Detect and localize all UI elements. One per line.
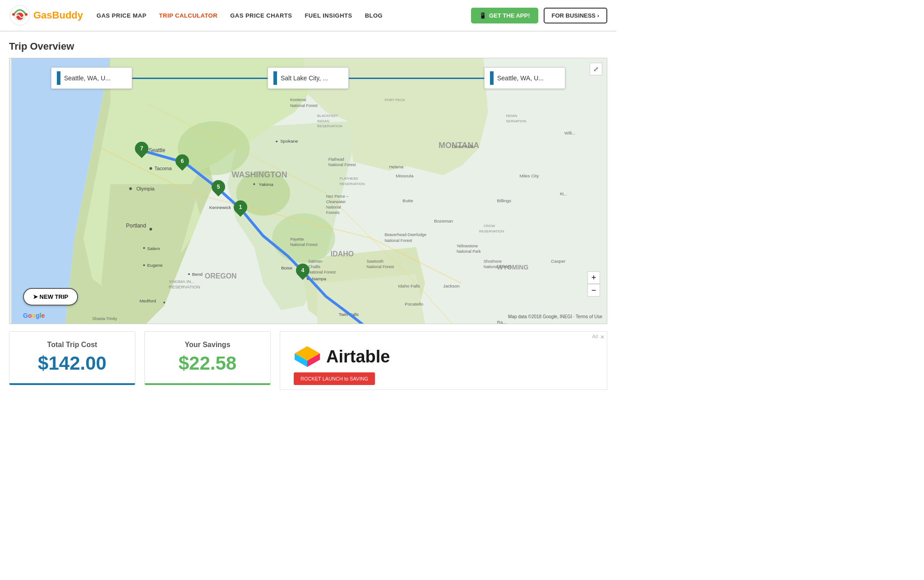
map-credit: Map data ©2018 Google, INEGI · Terms of … <box>508 314 602 319</box>
svg-text:Kootenai: Kootenai <box>290 97 306 102</box>
header: GasBuddy GAS PRICE MAP TRIP CALCULATOR G… <box>0 0 616 32</box>
trip-cost-value: $142.00 <box>23 353 121 374</box>
map-pin-6[interactable]: 6 <box>176 154 189 168</box>
route-stop-3-label: Seattle, WA, U... <box>497 74 544 82</box>
bottom-section: Total Trip Cost $142.00 Your Savings $22… <box>9 331 607 390</box>
route-connector-1 <box>132 78 268 79</box>
svg-point-25 <box>188 273 190 275</box>
svg-text:RESERVATION: RESERVATION <box>479 229 504 233</box>
map-container[interactable]: WASHINGTON OREGON IDAHO MONTANA WYOMING … <box>9 58 607 324</box>
logo[interactable]: GasBuddy <box>9 5 83 26</box>
map-pin-5[interactable]: 5 <box>212 180 225 194</box>
gasbuddy-logo-icon <box>9 5 31 26</box>
svg-text:Salem: Salem <box>147 246 160 251</box>
page-title: Trip Overview <box>9 41 607 52</box>
svg-text:Beaverhead-Deerlodge: Beaverhead-Deerlodge <box>384 232 426 237</box>
new-trip-button[interactable]: ➤ NEW TRIP <box>23 288 78 306</box>
google-logo: Google <box>23 312 45 319</box>
input-bar-1 <box>57 71 60 85</box>
your-savings-card: Your Savings $22.58 <box>144 331 271 385</box>
svg-text:RESERVATION: RESERVATION <box>169 284 200 289</box>
svg-text:Casper: Casper <box>551 259 566 264</box>
nav-gas-price-map[interactable]: GAS PRICE MAP <box>97 12 147 19</box>
for-business-button[interactable]: FOR BUSINESS › <box>544 8 607 23</box>
svg-text:Olympia: Olympia <box>136 186 155 191</box>
svg-text:YAKIMA IN...: YAKIMA IN... <box>169 279 194 284</box>
svg-text:Flathead: Flathead <box>328 157 344 162</box>
svg-text:Yellowstone: Yellowstone <box>457 244 478 248</box>
svg-text:IDAHO: IDAHO <box>331 250 354 258</box>
nav-gas-price-charts[interactable]: GAS PRICE CHARTS <box>230 12 292 19</box>
svg-point-17 <box>129 187 132 190</box>
ad-close-button[interactable]: ✕ <box>600 334 605 340</box>
svg-point-21 <box>143 247 145 249</box>
airtable-ad-logo: Airtable <box>294 345 602 368</box>
map-background: WASHINGTON OREGON IDAHO MONTANA WYOMING … <box>9 58 607 324</box>
svg-text:Challis: Challis <box>308 264 320 269</box>
svg-text:National Forest: National Forest <box>290 242 318 247</box>
ad-sub-text[interactable]: ROCKET LAUNCH to SAVING <box>294 372 375 385</box>
svg-text:Nampa: Nampa <box>312 276 327 281</box>
map-pin-7[interactable]: 7 <box>135 142 148 155</box>
svg-text:CROW: CROW <box>484 224 495 228</box>
savings-label: Your Savings <box>158 341 257 349</box>
svg-text:Pocatello: Pocatello <box>405 302 423 306</box>
nav-trip-calculator[interactable]: TRIP CALCULATOR <box>159 12 218 19</box>
header-actions: 📱 GET THE APP! FOR BUSINESS › <box>471 8 607 23</box>
svg-text:Salmon-: Salmon- <box>308 259 323 264</box>
airtable-icon <box>294 345 321 368</box>
map-pin-4[interactable]: 4 <box>296 264 310 277</box>
route-stop-3[interactable]: Seattle, WA, U... <box>484 67 565 89</box>
svg-text:Miles City: Miles City <box>519 173 539 178</box>
svg-text:FLATHEAD: FLATHEAD <box>340 176 358 181</box>
svg-text:Shoshone: Shoshone <box>484 259 502 264</box>
svg-text:PORT PECK: PORT PECK <box>384 98 405 102</box>
map-pin-1[interactable]: 1 <box>234 200 247 214</box>
route-stop-1-label: Seattle, WA, U... <box>64 74 111 82</box>
total-trip-cost-card: Total Trip Cost $142.00 <box>9 331 135 385</box>
input-bar-3 <box>490 71 494 85</box>
input-bar-2 <box>273 71 277 85</box>
svg-text:Sawtooth: Sawtooth <box>367 259 383 264</box>
trip-cost-label: Total Trip Cost <box>23 341 121 349</box>
svg-text:Shasta-Trinity: Shasta-Trinity <box>92 316 117 321</box>
svg-text:National Forest: National Forest <box>367 264 394 269</box>
svg-text:Medford: Medford <box>139 298 156 303</box>
svg-text:Forests: Forests <box>326 210 340 215</box>
svg-text:Ra...: Ra... <box>497 320 507 324</box>
svg-text:National Forest: National Forest <box>290 103 318 108</box>
svg-text:Ri...: Ri... <box>560 192 567 196</box>
svg-text:Spokane: Spokane <box>280 139 298 144</box>
svg-text:Payette: Payette <box>290 237 304 241</box>
svg-text:INDIAN: INDIAN <box>317 119 329 123</box>
route-stop-2[interactable]: Salt Lake City, ... <box>268 67 349 89</box>
nav-fuel-insights[interactable]: FUEL INSIGHTS <box>305 12 352 19</box>
svg-text:National Forest: National Forest <box>484 264 511 269</box>
nav-blog[interactable]: BLOG <box>365 12 383 19</box>
get-app-button[interactable]: 📱 GET THE APP! <box>471 8 538 23</box>
svg-text:Butte: Butte <box>402 198 413 203</box>
svg-point-2 <box>12 13 15 16</box>
svg-point-19 <box>149 228 152 231</box>
route-stop-1[interactable]: Seattle, WA, U... <box>51 67 132 89</box>
svg-text:Great Falls: Great Falls <box>452 144 474 149</box>
svg-text:WASHINGTON: WASHINGTON <box>232 170 287 179</box>
svg-text:Billings: Billings <box>497 198 512 203</box>
phone-icon: 📱 <box>479 12 486 19</box>
svg-text:Clearwater: Clearwater <box>326 200 346 204</box>
main-nav: GAS PRICE MAP TRIP CALCULATOR GAS PRICE … <box>97 12 471 19</box>
svg-text:SERVATION: SERVATION <box>506 119 527 123</box>
svg-point-23 <box>143 264 145 266</box>
svg-text:National Forest: National Forest <box>308 270 336 274</box>
svg-point-15 <box>149 167 152 170</box>
svg-text:RESERVATION: RESERVATION <box>340 182 365 186</box>
zoom-in-button[interactable]: + <box>587 271 600 284</box>
svg-text:Nez Perce –: Nez Perce – <box>326 194 348 199</box>
map-expand-button[interactable]: ⤢ <box>590 63 602 75</box>
svg-text:National Park: National Park <box>457 249 481 254</box>
svg-text:Tacoma: Tacoma <box>154 166 172 171</box>
zoom-out-button[interactable]: − <box>587 284 600 297</box>
route-stop-2-label: Salt Lake City, ... <box>281 74 328 82</box>
svg-text:Bend: Bend <box>192 272 203 277</box>
savings-value: $22.58 <box>158 353 257 374</box>
